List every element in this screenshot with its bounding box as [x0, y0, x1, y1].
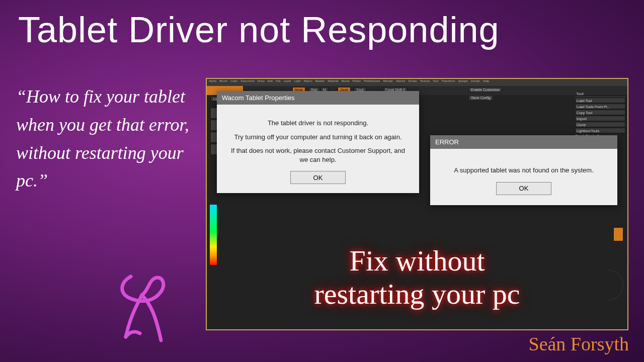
error-dialog-msg: A supported tablet was not found on the …: [440, 166, 607, 175]
menu-item-render[interactable]: Render: [383, 79, 393, 85]
copy-tool-button[interactable]: Copy Tool: [575, 110, 625, 115]
menu-item-preferences[interactable]: Preferences: [364, 79, 380, 85]
lightbox-tools-button[interactable]: Lightbox›Tools: [575, 128, 625, 133]
menu-item-document[interactable]: Document: [240, 79, 254, 85]
menu-item-zscript[interactable]: Zscript: [471, 79, 480, 85]
wacom-dialog-msg-1: The tablet driver is not responding.: [228, 119, 408, 128]
menu-item-alpha[interactable]: Alpha: [209, 79, 216, 85]
menu-item-draw[interactable]: Draw: [258, 79, 265, 85]
screenshot-frame: AlphaBrushColorDocumentDrawEditFileLayer…: [206, 78, 628, 330]
menu-item-material[interactable]: Material: [328, 79, 338, 85]
quote-text: “How to fix your tablet when you get tha…: [16, 83, 202, 195]
wacom-dialog-msg-3: If that does not work, please contact Cu…: [228, 146, 408, 164]
menu-item-macro[interactable]: Macro: [304, 79, 312, 85]
tool-panel-header: Tool: [575, 91, 625, 97]
overlay-caption: Fix without restarting your pc: [207, 244, 627, 311]
app-menu-bar[interactable]: AlphaBrushColorDocumentDrawEditFileLayer…: [209, 79, 625, 85]
menu-item-help[interactable]: Help: [483, 79, 489, 85]
menu-item-stencil[interactable]: Stencil: [396, 79, 405, 85]
menu-item-file[interactable]: File: [276, 79, 281, 85]
wacom-dialog-titlebar: Wacom Tablet Properties: [217, 91, 419, 105]
menu-item-marker[interactable]: Marker: [315, 79, 325, 85]
menu-item-color[interactable]: Color: [230, 79, 237, 85]
zbrush-logo-icon: [106, 269, 176, 344]
menu-item-zplugin[interactable]: Zplugin: [458, 79, 468, 85]
menu-item-texture[interactable]: Texture: [420, 79, 430, 85]
menu-item-light[interactable]: Light: [294, 79, 301, 85]
error-dialog-titlebar: ERROR: [430, 135, 617, 149]
wacom-properties-dialog: Wacom Tablet Properties The tablet drive…: [217, 91, 419, 193]
page-title: Tablet Driver not Responding: [0, 0, 644, 50]
menu-item-picker[interactable]: Picker: [353, 79, 361, 85]
menu-item-layer[interactable]: Layer: [284, 79, 291, 85]
import-button[interactable]: Import: [575, 116, 625, 121]
error-dialog: ERROR A supported tablet was not found o…: [430, 135, 617, 205]
enable-customize-button[interactable]: Enable Customize: [468, 87, 502, 93]
menu-item-transform[interactable]: Transform: [441, 79, 455, 85]
wacom-dialog-ok-button[interactable]: OK: [290, 171, 346, 184]
store-config-button[interactable]: Store Config: [468, 95, 493, 101]
menu-item-stroke[interactable]: Stroke: [408, 79, 417, 85]
wacom-dialog-msg-2: Try turning off your computer and turnin…: [228, 133, 408, 142]
author-credit: Seán Forsyth: [529, 333, 629, 355]
menu-item-brush[interactable]: Brush: [219, 79, 227, 85]
menu-item-tool[interactable]: Tool: [433, 79, 438, 85]
nav-frame-button[interactable]: [613, 227, 623, 241]
load-tool-button[interactable]: Load Tool: [575, 98, 625, 103]
menu-item-movie[interactable]: Movie: [342, 79, 350, 85]
load-tools-project-button[interactable]: Load Tools From Pr...: [575, 104, 625, 109]
error-dialog-ok-button[interactable]: OK: [496, 182, 551, 195]
clone-button[interactable]: Clone: [575, 122, 625, 127]
menu-item-edit[interactable]: Edit: [268, 79, 273, 85]
